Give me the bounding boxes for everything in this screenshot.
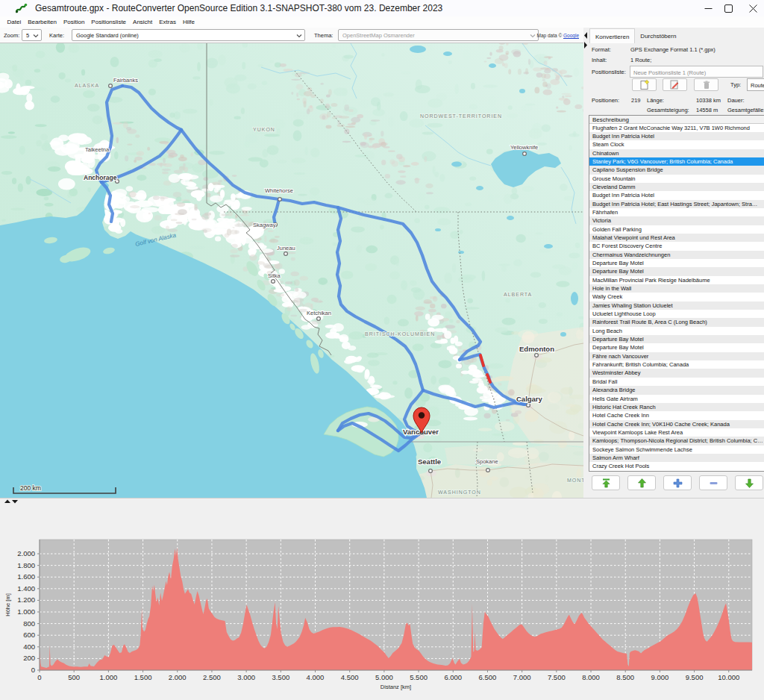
map-label: Fairbanks: [113, 77, 138, 84]
table-row[interactable]: Hells Gate Airtram: [589, 395, 764, 403]
table-row[interactable]: Cleveland Damm: [589, 183, 764, 191]
map-label: Anchorage: [84, 174, 117, 181]
new-positionlist-button[interactable]: [632, 78, 657, 91]
table-row[interactable]: Grouse Mountain: [589, 175, 764, 183]
table-row[interactable]: Flughafen 2 Grant McConachie Way 3211, V…: [589, 124, 764, 132]
karte-select[interactable]: Google Standard (online): [72, 29, 305, 41]
table-row[interactable]: Departure Bay Motel: [589, 335, 764, 343]
move-down-button[interactable]: [735, 475, 763, 490]
svg-text:8.500: 8.500: [616, 673, 634, 681]
table-row[interactable]: Departure Bay Motel: [589, 267, 764, 275]
move-up-button[interactable]: [627, 475, 656, 490]
remove-position-button[interactable]: [699, 475, 727, 490]
splitter-collapse-icons[interactable]: [3, 499, 22, 504]
map-toolbar: Zoom: 5 Karte: Google Standard (online) …: [0, 28, 583, 43]
move-to-top-button[interactable]: [592, 475, 620, 490]
menu-ansicht[interactable]: Ansicht: [130, 19, 156, 25]
svg-text:4.000: 4.000: [307, 673, 325, 681]
table-row[interactable]: Alexandra Bridge: [589, 386, 764, 394]
table-row[interactable]: Rainforest Trail Route B, Area C (Long B…: [589, 318, 764, 326]
map-attribution: Map data © Google: [537, 33, 579, 38]
map-label: ALASKA: [75, 83, 99, 88]
routeconverter-window: Gesamtroute.gpx - RouteConverter OpenSou…: [0, 0, 764, 700]
rename-positionlist-button[interactable]: [663, 78, 687, 91]
table-row[interactable]: MacMillan Provincial Park Riesige Nadelb…: [589, 276, 764, 284]
title-bar: Gesamtroute.gpx - RouteConverter OpenSou…: [0, 0, 764, 16]
table-row[interactable]: Hotel Cache Creek Inn; V0K1H0 Cache Cree…: [589, 420, 764, 428]
map-view[interactable]: ALASKAYUKONNORDWEST-TERRITORIENBRITISCH-…: [0, 43, 583, 498]
table-row[interactable]: Budget Inn Patricia Hotel; East Hastings…: [589, 200, 764, 208]
position-table[interactable]: Beschreibung Flughafen 2 Grant McConachi…: [589, 115, 764, 472]
table-row[interactable]: Ucluelet Lighthouse Loop: [589, 310, 764, 318]
table-row[interactable]: Kamloops; Thompson-Nicola Regional Distr…: [589, 437, 764, 445]
horizontal-splitter[interactable]: [0, 498, 764, 504]
table-row[interactable]: Viewpoint Kamloops Lake Rest Area: [589, 428, 764, 437]
table-row[interactable]: Salmon Arm Wharf: [589, 454, 764, 462]
table-row[interactable]: Historic Hat Creek Ranch: [589, 403, 764, 411]
menu-hilfe[interactable]: Hilfe: [179, 19, 198, 25]
table-row[interactable]: Stanley Park; V6G Vancouver; British Col…: [589, 157, 764, 166]
svg-text:4.500: 4.500: [341, 673, 359, 681]
add-position-button[interactable]: [663, 475, 692, 490]
rename-positionlist-icon: [670, 80, 680, 90]
tab-konvertieren[interactable]: Konvertieren: [589, 28, 635, 43]
table-row[interactable]: Long Beach: [589, 327, 764, 335]
menu-extras[interactable]: Extras: [156, 19, 180, 25]
map-label: Ketchikan: [307, 310, 331, 316]
table-row[interactable]: Budget Inn Patricia Hotel: [589, 132, 764, 140]
table-row[interactable]: Hole in the Wall: [589, 284, 764, 293]
svg-text:10.000: 10.000: [718, 673, 739, 681]
positionsliste-field[interactable]: Neue Positionsliste 1 (Route): [630, 66, 763, 78]
table-row[interactable]: Sockeye Salmon Schwimmende Lachse: [589, 446, 764, 454]
table-row[interactable]: Bridal Fall: [589, 378, 764, 386]
maximize-icon: [724, 4, 733, 13]
city-marker-dot: [523, 152, 527, 156]
table-row[interactable]: Victoria: [589, 216, 764, 225]
table-row[interactable]: Departure Bay Motel: [589, 259, 764, 267]
table-row[interactable]: Fähre nach Vancouver: [589, 352, 764, 360]
table-row[interactable]: Chermainus Wandzeichnungen: [589, 251, 764, 259]
google-attribution-link[interactable]: Google: [563, 33, 579, 38]
table-row[interactable]: Departure Bay Motel: [589, 343, 764, 351]
table-row[interactable]: Malahat Viewpoint und Rest Area: [589, 234, 764, 242]
svg-text:1.500: 1.500: [134, 673, 152, 681]
svg-text:3.500: 3.500: [272, 673, 289, 681]
table-row[interactable]: Fährhafen: [589, 208, 764, 216]
menu-datei[interactable]: Datei: [4, 19, 25, 25]
thema-label: Thema:: [314, 32, 333, 39]
dauer-label: Dauer:: [727, 97, 745, 104]
convert-panel: Konvertieren Durchstöbern Format: GPS Ex…: [588, 28, 764, 498]
table-row[interactable]: Golden Fall Parking: [589, 225, 764, 234]
table-row[interactable]: Crazy Creek Hot Pools: [589, 462, 764, 470]
close-button[interactable]: [736, 0, 764, 16]
delete-positionlist-button[interactable]: [694, 78, 718, 91]
svg-text:1.400: 1.400: [17, 584, 35, 593]
table-header-beschreibung[interactable]: Beschreibung: [589, 116, 764, 124]
table-row[interactable]: Budget Inn Patricia Hotel: [589, 191, 764, 199]
table-row[interactable]: Capilano Suspension Bridge: [589, 166, 764, 174]
table-row[interactable]: Hotel Cache Creek Inn: [589, 411, 764, 419]
table-row[interactable]: Wally Creek: [589, 293, 764, 301]
tab-durchstoebern[interactable]: Durchstöbern: [635, 28, 681, 43]
svg-text:1.800: 1.800: [17, 561, 35, 569]
menu-positionsliste[interactable]: Positionsliste: [88, 19, 130, 25]
table-row[interactable]: Jamies Whaling Station Ucluelet: [589, 301, 764, 310]
thema-select[interactable]: OpenStreetMap Osmarender: [338, 29, 539, 41]
menu-bearbeiten[interactable]: Bearbeiten: [25, 19, 60, 25]
table-row[interactable]: Chinatown: [589, 149, 764, 157]
laenge-label: Länge:: [647, 97, 664, 104]
table-row[interactable]: Steam Clock: [589, 140, 764, 149]
table-body: Flughafen 2 Grant McConachie Way 3211, V…: [589, 124, 764, 471]
positionen-value: 219: [631, 97, 641, 104]
svg-text:2.000: 2.000: [169, 673, 187, 681]
chevron-down-icon: [530, 33, 536, 39]
collapse-down-icon: [12, 500, 18, 504]
table-row[interactable]: Fahrankunft; British Columbia; Canada: [589, 360, 764, 369]
city-marker-dot: [278, 198, 282, 201]
menu-position[interactable]: Position: [60, 19, 87, 25]
remove-position-icon: [709, 478, 718, 488]
typ-select[interactable]: Route: [747, 78, 764, 91]
table-row[interactable]: BC Forest Discovery Centre: [589, 242, 764, 250]
zoom-select[interactable]: 5: [22, 29, 42, 41]
table-row[interactable]: Westminster Abbey: [589, 369, 764, 377]
